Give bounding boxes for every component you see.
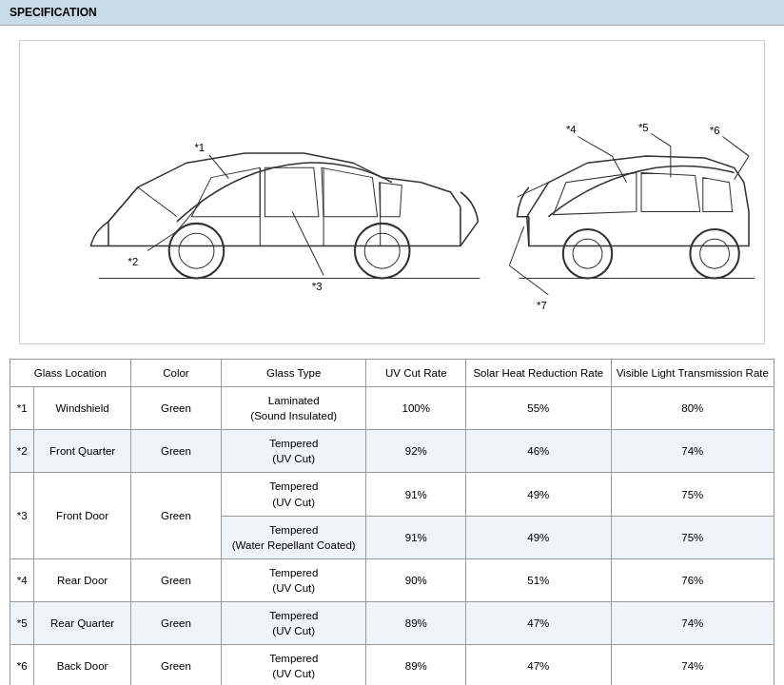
header-title: SPECIFICATION [10, 6, 97, 19]
header-glass-location: Glass Location [10, 360, 131, 387]
svg-line-11 [147, 231, 177, 251]
cell-location: Back Door [34, 645, 130, 685]
table-row: *1WindshieldGreenLaminated (Sound Insula… [10, 387, 774, 430]
cell-solar: 47% [466, 602, 611, 645]
cell-type: Laminated (Sound Insulated) [222, 387, 366, 430]
header-glass-type: Glass Type [222, 360, 366, 387]
cell-location: Rear Door [34, 558, 130, 601]
svg-point-17 [690, 229, 738, 278]
table-row: *3Front DoorGreenTempered (UV Cut)91%49%… [10, 473, 774, 516]
svg-line-24 [651, 133, 671, 146]
table-row: *6Back DoorGreenTempered (UV Cut)89%47%7… [10, 645, 774, 685]
header-visible-light: Visible Light Transmission Rate [611, 360, 774, 387]
cell-visible: 76% [611, 558, 774, 601]
cell-solar: 51% [466, 558, 611, 601]
table-row: *4Rear DoorGreenTempered (UV Cut)90%51%7… [10, 558, 774, 601]
svg-text:*3: *3 [312, 281, 323, 292]
cell-solar: 46% [466, 430, 611, 473]
svg-text:*7: *7 [537, 300, 547, 311]
cell-color: Green [130, 473, 221, 558]
cell-solar: 47% [466, 645, 611, 685]
cell-type: Tempered (UV Cut) [222, 558, 366, 601]
car-right: *4 *5 *6 *7 [509, 122, 755, 311]
svg-line-21 [578, 136, 612, 156]
cell-uv: 89% [366, 602, 466, 645]
cell-location: Windshield [34, 387, 130, 430]
cell-uv: 90% [366, 558, 466, 601]
header-solar-heat: Solar Heat Reduction Rate [466, 360, 611, 387]
cell-visible: 75% [611, 473, 774, 516]
cell-type: Tempered (UV Cut) [222, 645, 366, 685]
table-row: *5Rear QuarterGreenTempered (UV Cut)89%4… [10, 602, 774, 645]
svg-point-16 [573, 239, 602, 268]
cell-uv: 91% [366, 473, 466, 516]
svg-text:*6: *6 [710, 125, 720, 136]
svg-point-15 [563, 229, 612, 278]
svg-text:*4: *4 [566, 124, 577, 135]
car-diagram-svg: *1 *2 *3 [29, 50, 755, 334]
cell-uv: 89% [366, 645, 466, 685]
page-header: SPECIFICATION [0, 0, 784, 26]
svg-point-3 [364, 233, 400, 268]
svg-text:*1: *1 [194, 142, 205, 153]
cell-color: Green [130, 558, 221, 601]
cell-uv: 91% [366, 516, 466, 558]
svg-line-13 [292, 212, 323, 276]
cell-type: Tempered (UV Cut) [222, 602, 366, 645]
cell-id: *1 [10, 387, 34, 430]
cell-location: Front Quarter [34, 430, 130, 473]
svg-line-27 [722, 136, 749, 156]
cell-location: Rear Quarter [34, 602, 130, 645]
cell-id: *2 [10, 430, 34, 473]
cell-solar: 55% [466, 387, 611, 430]
spec-table: Glass Location Color Glass Type UV Cut R… [10, 359, 774, 685]
cell-id: *5 [10, 602, 34, 645]
cell-visible: 80% [611, 387, 774, 430]
header-uv-cut: UV Cut Rate [366, 360, 466, 387]
cell-type: Tempered (UV Cut) [222, 473, 366, 516]
cell-color: Green [130, 602, 221, 645]
cell-solar: 49% [466, 473, 611, 516]
svg-line-8 [209, 155, 229, 179]
car-left: *1 *2 *3 [91, 142, 480, 292]
svg-point-2 [355, 224, 410, 279]
cell-location: Front Door [34, 473, 130, 558]
cell-visible: 74% [611, 430, 774, 473]
cell-type: Tempered (UV Cut) [222, 430, 366, 473]
svg-point-0 [169, 224, 225, 279]
cell-id: *3 [10, 473, 34, 558]
table-header-row: Glass Location Color Glass Type UV Cut R… [10, 360, 774, 387]
svg-line-26 [735, 156, 749, 180]
svg-line-29 [509, 226, 523, 265]
cell-uv: 100% [366, 387, 466, 430]
cell-color: Green [130, 645, 221, 685]
cell-color: Green [130, 387, 221, 430]
cell-color: Green [130, 430, 221, 473]
svg-text:*5: *5 [638, 122, 649, 133]
table-row: *2Front QuarterGreenTempered (UV Cut)92%… [10, 430, 774, 473]
cell-type: Tempered (Water Repellant Coated) [222, 516, 366, 558]
cell-visible: 74% [611, 602, 774, 645]
svg-point-1 [179, 233, 214, 268]
svg-line-30 [509, 265, 548, 295]
table-body: *1WindshieldGreenLaminated (Sound Insula… [10, 387, 774, 685]
cell-id: *4 [10, 558, 34, 601]
header-color: Color [130, 360, 221, 387]
svg-point-18 [700, 239, 730, 268]
svg-text:*2: *2 [128, 256, 139, 267]
cell-id: *6 [10, 645, 34, 685]
cell-solar: 49% [466, 516, 611, 558]
car-diagram-container: *1 *2 *3 [19, 40, 765, 344]
cell-visible: 75% [611, 516, 774, 558]
cell-visible: 74% [611, 645, 774, 685]
cell-uv: 92% [366, 430, 466, 473]
